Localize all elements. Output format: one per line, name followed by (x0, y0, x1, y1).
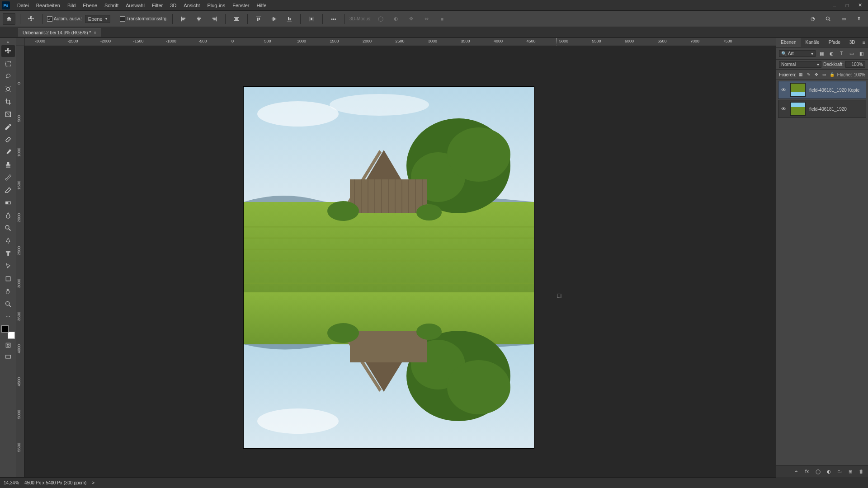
distribute-h-icon[interactable] (230, 13, 243, 25)
vertical-ruler[interactable]: 0500100015002000250030003500400045005000… (16, 46, 24, 477)
marquee-tool[interactable] (1, 58, 15, 70)
frame-tool[interactable] (1, 108, 15, 120)
menu-select[interactable]: Auswahl (122, 0, 148, 11)
dodge-tool[interactable] (1, 222, 15, 234)
menu-file[interactable]: Datei (14, 0, 33, 11)
visibility-toggle-icon[interactable]: 👁 (778, 87, 788, 93)
align-right-icon[interactable] (208, 13, 221, 25)
quick-mask-button[interactable] (1, 340, 15, 351)
eraser-tool[interactable] (1, 184, 15, 196)
layer-thumbnail[interactable] (790, 102, 806, 116)
document-info[interactable]: 4500 Px x 5400 Px (300 ppcm) (24, 480, 86, 485)
cloud-docs-icon[interactable]: ◔ (807, 13, 819, 25)
ruler-origin[interactable] (16, 38, 24, 46)
document-tab[interactable]: Unbenannt-2 bei 14,3% (RGB/8) * × (18, 28, 101, 37)
distribute-v-icon[interactable] (305, 13, 318, 25)
zoom-tool[interactable] (1, 298, 15, 310)
menu-plugins[interactable]: Plug-ins (203, 0, 229, 11)
layer-row[interactable]: 👁 field-406181_1920 Kopie (778, 81, 866, 99)
fill-input[interactable]: 100% (854, 72, 865, 77)
menu-layer[interactable]: Ebene (79, 0, 101, 11)
new-layer-icon[interactable]: ⊞ (846, 467, 854, 475)
align-center-h-icon[interactable] (193, 13, 205, 25)
tab-paths[interactable]: Pfade (824, 38, 845, 47)
healing-tool[interactable] (1, 134, 15, 145)
canvas-viewport[interactable] (24, 46, 776, 477)
workspace-icon[interactable]: ▭ (837, 13, 850, 25)
menu-filter[interactable]: Filter (148, 0, 166, 11)
menu-view[interactable]: Ansicht (180, 0, 203, 11)
pen-tool[interactable] (1, 235, 15, 247)
visibility-toggle-icon[interactable]: 👁 (778, 106, 788, 112)
status-chevron-icon[interactable]: > (92, 480, 94, 485)
layer-style-icon[interactable]: fx (803, 467, 811, 475)
lock-image-icon[interactable]: ✎ (806, 71, 812, 78)
menu-3d[interactable]: 3D (166, 0, 180, 11)
panel-menu-icon[interactable]: ≡ (860, 38, 868, 47)
maximize-button[interactable]: □ (841, 0, 854, 11)
document-canvas[interactable] (244, 87, 534, 448)
lock-all-icon[interactable]: 🔒 (829, 71, 835, 78)
auto-select-target-dropdown[interactable]: Ebene▾ (85, 15, 110, 23)
blend-mode-dropdown[interactable]: Normal▾ (779, 61, 821, 68)
align-center-v-icon[interactable] (268, 13, 280, 25)
menu-type[interactable]: Schrift (101, 0, 122, 11)
canvas-area[interactable]: -3000-2500-2000-1500-1000-50005001000150… (16, 38, 776, 477)
filter-smart-icon[interactable]: ◧ (857, 49, 865, 57)
auto-select-checkbox[interactable]: Autom. ausw.: (47, 16, 82, 22)
layer-filter-dropdown[interactable]: 🔍 Art▾ (779, 50, 816, 57)
layer-name[interactable]: field-406181_1920 (807, 107, 847, 112)
lock-transparency-icon[interactable]: ▦ (798, 71, 804, 78)
opacity-input[interactable]: 100% (845, 61, 865, 68)
background-color[interactable] (8, 332, 15, 339)
layer-name[interactable]: field-406181_1920 Kopie (807, 88, 859, 93)
close-button[interactable]: ✕ (854, 0, 866, 11)
color-swatches[interactable] (1, 325, 15, 339)
layer-row[interactable]: 👁 field-406181_1920 (778, 100, 866, 118)
stamp-tool[interactable] (1, 159, 15, 171)
layer-mask-icon[interactable]: ◯ (814, 467, 822, 475)
crop-tool[interactable] (1, 96, 15, 108)
tab-3d[interactable]: 3D (845, 38, 860, 47)
lock-position-icon[interactable]: ✥ (814, 71, 820, 78)
lasso-tool[interactable] (1, 70, 15, 82)
home-button[interactable] (3, 13, 15, 25)
close-tab-icon[interactable]: × (94, 30, 96, 35)
edit-toolbar-button[interactable]: ⋯ (1, 311, 15, 323)
horizontal-ruler[interactable]: -3000-2500-2000-1500-1000-50005001000150… (24, 38, 776, 46)
filter-adjust-icon[interactable]: ◐ (827, 49, 835, 57)
quick-select-tool[interactable] (1, 83, 15, 95)
menu-edit[interactable]: Bearbeiten (33, 0, 64, 11)
filter-pixel-icon[interactable]: ▦ (817, 49, 826, 57)
tab-channels[interactable]: Kanäle (801, 38, 824, 47)
layer-thumbnail[interactable] (790, 83, 806, 97)
minimize-button[interactable]: – (828, 0, 841, 11)
brush-tool[interactable] (1, 146, 15, 158)
align-top-icon[interactable] (252, 13, 265, 25)
foreground-color[interactable] (1, 325, 9, 333)
zoom-level[interactable]: 14,34% (4, 480, 19, 485)
screen-mode-button[interactable] (1, 352, 15, 362)
delete-layer-icon[interactable]: 🗑 (857, 467, 865, 475)
more-options-button[interactable]: ••• (327, 13, 340, 25)
align-bottom-icon[interactable] (283, 13, 296, 25)
share-icon[interactable] (853, 13, 865, 25)
lock-artboard-icon[interactable]: ▭ (821, 71, 827, 78)
path-select-tool[interactable] (1, 260, 15, 272)
menu-help[interactable]: Hilfe (253, 0, 270, 11)
menu-image[interactable]: Bild (64, 0, 79, 11)
history-brush-tool[interactable] (1, 172, 15, 183)
hand-tool[interactable] (1, 286, 15, 297)
menu-window[interactable]: Fenster (229, 0, 253, 11)
align-left-icon[interactable] (177, 13, 190, 25)
gradient-tool[interactable] (1, 197, 15, 209)
transform-controls-checkbox[interactable]: Transformationsstrg. (120, 16, 168, 22)
search-icon[interactable] (822, 13, 835, 25)
eyedropper-tool[interactable] (1, 121, 15, 133)
adjustment-layer-icon[interactable]: ◐ (825, 467, 833, 475)
toolbox-collapse-icon[interactable]: » (0, 40, 16, 44)
group-icon[interactable]: 🗀 (835, 467, 844, 475)
shape-tool[interactable] (1, 273, 15, 285)
link-layers-icon[interactable]: ⚭ (792, 467, 800, 475)
type-tool[interactable] (1, 248, 15, 259)
